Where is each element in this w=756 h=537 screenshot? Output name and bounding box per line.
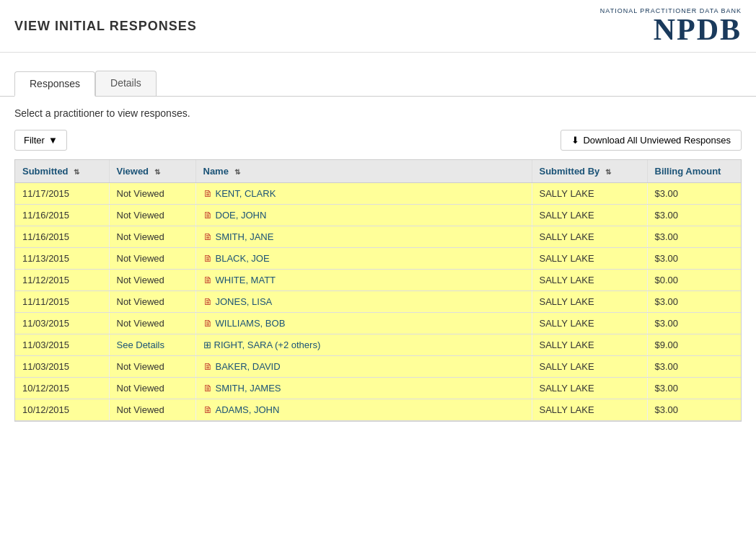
cell-viewed: Not Viewed bbox=[109, 205, 195, 226]
expand-icon: ⊞ bbox=[203, 339, 211, 350]
cell-billing: $3.00 bbox=[647, 183, 741, 205]
filter-label: Filter bbox=[24, 135, 45, 146]
table-row: 11/03/2015Not Viewed🗎 BAKER, DAVIDSALLY … bbox=[15, 356, 741, 378]
filter-button[interactable]: Filter ▼ bbox=[14, 130, 67, 151]
sort-name-icon: ⇅ bbox=[234, 168, 240, 176]
cell-name: 🗎 BAKER, DAVID bbox=[195, 356, 532, 378]
cell-viewed: Not Viewed bbox=[109, 291, 195, 313]
practitioner-name-link[interactable]: 🗎 SMITH, JANE bbox=[203, 231, 524, 242]
cell-billing: $3.00 bbox=[647, 313, 741, 334]
cell-name: 🗎 KENT, CLARK bbox=[195, 183, 532, 205]
download-button[interactable]: ⬇ Download All Unviewed Responses bbox=[561, 130, 742, 151]
col-header-submitted-by[interactable]: Submitted By ⇅ bbox=[532, 160, 647, 183]
cell-billing: $3.00 bbox=[647, 291, 741, 313]
cell-name: 🗎 WHITE, MATT bbox=[195, 270, 532, 291]
logo-large-text: NPDB bbox=[654, 13, 742, 46]
col-name-label: Name bbox=[203, 166, 229, 177]
cell-name: 🗎 ADAMS, JOHN bbox=[195, 399, 532, 421]
practitioner-name-link[interactable]: 🗎 SMITH, JAMES bbox=[203, 383, 524, 394]
cell-name: 🗎 DOE, JOHN bbox=[195, 205, 532, 226]
cell-viewed: Not Viewed bbox=[109, 356, 195, 378]
responses-table: Submitted ⇅ Viewed ⇅ Name ⇅ Submitted By… bbox=[15, 160, 741, 421]
tabs: Responses Details bbox=[14, 71, 742, 96]
table-row: 10/12/2015Not Viewed🗎 ADAMS, JOHNSALLY L… bbox=[15, 399, 741, 421]
practitioner-name-link[interactable]: 🗎 KENT, CLARK bbox=[203, 188, 524, 199]
cell-billing: $3.00 bbox=[647, 248, 741, 270]
practitioner-name-link[interactable]: 🗎 JONES, LISA bbox=[203, 296, 524, 307]
doc-icon: 🗎 bbox=[203, 188, 213, 199]
cell-submitted: 11/13/2015 bbox=[15, 248, 109, 270]
table-row: 11/12/2015Not Viewed🗎 WHITE, MATTSALLY L… bbox=[15, 270, 741, 291]
practitioner-name-link[interactable]: 🗎 DOE, JOHN bbox=[203, 210, 524, 221]
cell-name: 🗎 JONES, LISA bbox=[195, 291, 532, 313]
cell-submitted-by: SALLY LAKE bbox=[532, 270, 647, 291]
cell-submitted-by: SALLY LAKE bbox=[532, 378, 647, 399]
viewed-see-details[interactable]: See Details bbox=[117, 339, 164, 350]
download-label: Download All Unviewed Responses bbox=[583, 135, 731, 146]
col-header-name[interactable]: Name ⇅ bbox=[195, 160, 532, 183]
doc-icon: 🗎 bbox=[203, 383, 213, 394]
practitioner-name-link[interactable]: 🗎 ADAMS, JOHN bbox=[203, 404, 524, 415]
cell-name: 🗎 BLACK, JOE bbox=[195, 248, 532, 270]
table-row: 11/16/2015Not Viewed🗎 DOE, JOHNSALLY LAK… bbox=[15, 205, 741, 226]
cell-submitted: 10/12/2015 bbox=[15, 399, 109, 421]
table-row: 11/11/2015Not Viewed🗎 JONES, LISASALLY L… bbox=[15, 291, 741, 313]
sort-submitted-by-icon: ⇅ bbox=[605, 168, 611, 176]
practitioner-name-link[interactable]: ⊞ RIGHT, SARA (+2 others) bbox=[203, 339, 524, 350]
cell-viewed: Not Viewed bbox=[109, 183, 195, 205]
cell-submitted-by: SALLY LAKE bbox=[532, 226, 647, 248]
cell-submitted-by: SALLY LAKE bbox=[532, 399, 647, 421]
cell-submitted: 10/12/2015 bbox=[15, 378, 109, 399]
cell-name: ⊞ RIGHT, SARA (+2 others) bbox=[195, 334, 532, 356]
cell-submitted: 11/16/2015 bbox=[15, 226, 109, 248]
cell-submitted: 11/17/2015 bbox=[15, 183, 109, 205]
tab-responses[interactable]: Responses bbox=[14, 71, 95, 97]
col-header-submitted[interactable]: Submitted ⇅ bbox=[15, 160, 109, 183]
cell-submitted-by: SALLY LAKE bbox=[532, 334, 647, 356]
npdb-logo: NATIONAL PRACTITIONER DATA BANK NPDB bbox=[600, 7, 742, 45]
sort-viewed-icon: ⇅ bbox=[154, 168, 160, 176]
cell-billing: $3.00 bbox=[647, 356, 741, 378]
col-header-billing: Billing Amount bbox=[647, 160, 741, 183]
col-header-viewed[interactable]: Viewed ⇅ bbox=[109, 160, 195, 183]
table-row: 11/17/2015Not Viewed🗎 KENT, CLARKSALLY L… bbox=[15, 183, 741, 205]
tab-details[interactable]: Details bbox=[95, 71, 157, 96]
instruction-text: Select a practitioner to view responses. bbox=[14, 107, 742, 119]
cell-submitted-by: SALLY LAKE bbox=[532, 183, 647, 205]
cell-submitted: 11/11/2015 bbox=[15, 291, 109, 313]
cell-submitted-by: SALLY LAKE bbox=[532, 248, 647, 270]
table-row: 11/13/2015Not Viewed🗎 BLACK, JOESALLY LA… bbox=[15, 248, 741, 270]
col-billing-label: Billing Amount bbox=[655, 166, 721, 177]
filter-icon: ▼ bbox=[48, 135, 58, 146]
practitioner-name-link[interactable]: 🗎 WHITE, MATT bbox=[203, 275, 524, 285]
doc-icon: 🗎 bbox=[203, 253, 213, 264]
cell-viewed: Not Viewed bbox=[109, 378, 195, 399]
cell-viewed: Not Viewed bbox=[109, 248, 195, 270]
sort-submitted-icon: ⇅ bbox=[74, 168, 79, 176]
cell-viewed: Not Viewed bbox=[109, 313, 195, 334]
doc-icon: 🗎 bbox=[203, 404, 213, 415]
page-title: VIEW INITIAL RESPONSES bbox=[14, 19, 197, 34]
doc-icon: 🗎 bbox=[203, 361, 213, 372]
cell-submitted: 11/16/2015 bbox=[15, 205, 109, 226]
practitioner-name-link[interactable]: 🗎 BLACK, JOE bbox=[203, 253, 524, 264]
table-row: 11/16/2015Not Viewed🗎 SMITH, JANESALLY L… bbox=[15, 226, 741, 248]
responses-table-wrapper: Submitted ⇅ Viewed ⇅ Name ⇅ Submitted By… bbox=[14, 159, 742, 422]
table-body: 11/17/2015Not Viewed🗎 KENT, CLARKSALLY L… bbox=[15, 183, 741, 421]
cell-submitted-by: SALLY LAKE bbox=[532, 313, 647, 334]
cell-submitted: 11/03/2015 bbox=[15, 356, 109, 378]
cell-submitted: 11/03/2015 bbox=[15, 334, 109, 356]
cell-billing: $0.00 bbox=[647, 270, 741, 291]
cell-billing: $3.00 bbox=[647, 205, 741, 226]
cell-billing: $9.00 bbox=[647, 334, 741, 356]
practitioner-name-link[interactable]: 🗎 BAKER, DAVID bbox=[203, 361, 524, 372]
cell-viewed: See Details bbox=[109, 334, 195, 356]
cell-viewed: Not Viewed bbox=[109, 399, 195, 421]
col-viewed-label: Viewed bbox=[117, 166, 149, 177]
doc-icon: 🗎 bbox=[203, 231, 213, 242]
download-icon: ⬇ bbox=[571, 135, 579, 146]
practitioner-name-link[interactable]: 🗎 WILLIAMS, BOB bbox=[203, 318, 524, 329]
doc-icon: 🗎 bbox=[203, 210, 213, 221]
toolbar: Filter ▼ ⬇ Download All Unviewed Respons… bbox=[14, 130, 742, 151]
table-row: 11/03/2015See Details⊞ RIGHT, SARA (+2 o… bbox=[15, 334, 741, 356]
